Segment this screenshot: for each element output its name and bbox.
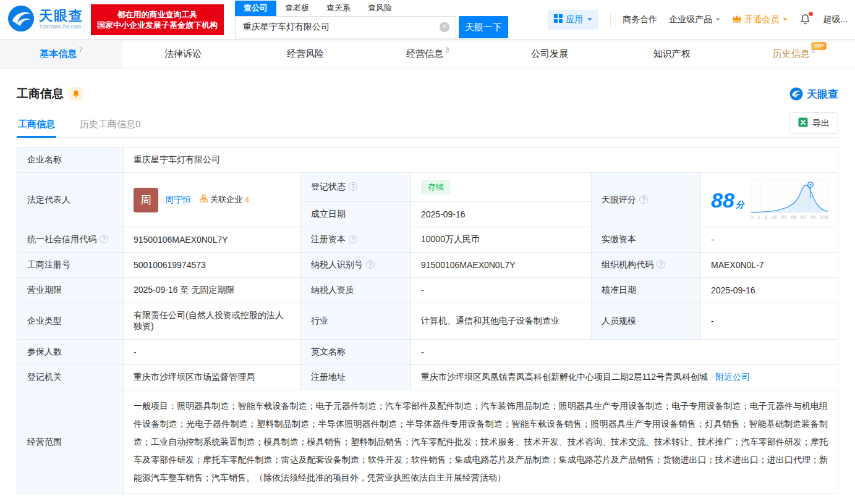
field-value-english-name: - [411,340,838,365]
field-label-approve-date: 核准日期 [592,278,701,303]
field-value-approve-date: 2025-09-16 [701,278,838,303]
field-label-staff-size: 人员规模 [592,303,701,340]
field-value-paid-capital: - [701,227,838,253]
table-row: 参保人数 - 英文名称 - [17,340,838,365]
field-value-reg-authority: 重庆市沙坪坝区市场监督管理局 [124,365,301,390]
field-label-business-scope: 经营范围 [17,390,124,494]
header-menu: 应用 商务合作 企业级产品 开通会员 [548,10,848,30]
field-label-establish-date: 成立日期 [301,202,411,227]
search-tab-company[interactable]: 查公司 [235,1,276,16]
field-label-insured-num: 参保人数 [17,340,124,365]
tianyancha-logo[interactable]: 天眼查 TianYanCha.com [7,5,83,34]
table-row: 工商注册号 500100619974573 纳税人识别号 91500106MAE… [17,253,838,278]
business-info-table: 企业名称 重庆星宇车灯有限公司 法定代表人 周 周宇恒 [17,147,838,494]
subscribe-bell-icon[interactable] [69,87,83,101]
main-content: 工商信息 天眼查 工商信息 历史工商信息0 [0,86,855,504]
field-label-company-type: 企业类型 [17,303,124,340]
notification-dot [809,12,813,16]
field-value-taxpayer-quality: - [411,278,592,303]
search-input[interactable] [236,22,456,32]
table-row: 法定代表人 周 周宇恒 [17,173,838,202]
menu-apps[interactable]: 应用 [548,10,598,30]
field-value-legal-rep: 周 周宇恒 [124,173,301,227]
field-label-reg-status: 登记状态 [301,173,411,202]
clear-icon[interactable] [440,22,449,32]
field-value-reg-no: 500100619974573 [124,253,301,278]
field-value-address: 重庆市沙坪坝区凤凰镇青凤高科创新孵化中心项目二期2层112号青凤科创城 附近公司 [411,365,838,390]
field-value-establish-date: 2025-09-16 [411,202,592,227]
search-button[interactable]: 天眼一下 [459,16,508,38]
tab-basic-info[interactable]: 基本信息7 [0,40,122,69]
score-axis: 0131650859799100 [751,214,828,220]
field-label-score: 天眼评分 [592,173,701,227]
search-box [235,16,456,38]
export-button[interactable]: 导出 [789,112,838,134]
table-row: 统一社会信用代码 91500106MAEX0N0L7Y 注册资本 10000万人… [17,227,838,253]
menu-cooperation[interactable]: 商务合作 [623,14,657,25]
field-label-english-name: 英文名称 [301,340,411,365]
subtabs-row: 工商信息 历史工商信息0 导出 [17,112,838,138]
tab-company-development[interactable]: 公司发展 [488,40,611,69]
help-icon[interactable] [366,260,375,269]
tianyancha-logo-icon [7,5,35,34]
search-tabs: 查公司 查老板 查关系 查风险 [235,1,508,16]
watermark-brand: 天眼查 [789,87,838,101]
help-icon[interactable] [100,235,108,243]
field-value-org-code: MAEX0N0L-7 [701,253,838,278]
score-value: 88分 [711,190,744,211]
nearby-companies-link[interactable]: 附近公司 [715,372,750,382]
legal-rep-name-link[interactable]: 周宇恒 [165,195,191,204]
notification-bell-icon[interactable] [799,14,811,25]
tab-history-info[interactable]: 历史信息2 VIP [733,40,855,69]
search-tab-risk[interactable]: 查风险 [359,1,401,16]
menu-open-vip[interactable]: 开通会员 [732,14,788,25]
help-icon[interactable] [349,182,357,191]
menu-super-vip[interactable]: 超级... [823,14,848,25]
chevron-down-icon [715,18,720,21]
excel-icon [798,117,808,129]
related-companies-link[interactable]: 关联企业 4 [200,194,249,205]
crown-icon [732,14,742,25]
top-header: 天眼查 TianYanCha.com 都在用的商业查询工具 国家中小企业发展子基… [0,0,855,40]
field-label-paid-capital: 实缴资本 [592,227,701,253]
tab-legal-litigation[interactable]: 法律诉讼 [122,40,245,69]
field-label-taxpayer-no: 纳税人识别号 [301,253,411,278]
tab-intellectual-property[interactable]: 知识产权 [611,40,733,69]
table-row: 营业期限 2025-09-16 至 无固定期限 纳税人资质 - 核准日期 202… [17,278,838,303]
tianyancha-small-icon [789,87,803,101]
search-tab-relation[interactable]: 查关系 [318,1,359,16]
field-label-company-name: 企业名称 [17,148,124,173]
table-row: 企业类型 有限责任公司(自然人投资或控股的法人独资) 行业 计算机、通信和其他电… [17,303,838,340]
menu-divider [610,14,611,26]
table-row: 经营范围 一般项目：照明器具制造；智能车载设备制造；电子元器件制造；汽车零部件及… [17,390,838,494]
field-value-reg-status: 存续 [411,173,592,202]
field-label-reg-capital: 注册资本 [301,227,411,253]
field-value-company-name: 重庆星宇车灯有限公司 [124,148,838,173]
help-icon[interactable] [349,235,357,243]
subtab-history-business-info[interactable]: 历史工商信息0 [79,112,142,137]
tab-operating-risk[interactable]: 经营风险 [244,40,367,69]
table-row: 登记机关 重庆市沙坪坝区市场监督管理局 注册地址 重庆市沙坪坝区凤凰镇青凤高科创… [17,365,838,390]
subtab-business-info[interactable]: 工商信息 [17,112,56,137]
field-label-address: 注册地址 [301,365,411,390]
tab-operating-info[interactable]: 经营信息3 [367,40,489,69]
slogan-line-1: 都在用的商业查询工具 [97,9,218,20]
help-icon[interactable] [639,195,648,204]
menu-enterprise-products[interactable]: 企业级产品 [669,14,720,25]
field-value-score: 88分 [701,173,838,227]
legal-rep-avatar[interactable]: 周 [134,188,158,212]
company-nav-tabs: 基本信息7 法律诉讼 经营风险 经营信息3 公司发展 知识产权 历史信息2 VI… [0,40,855,69]
related-companies-icon [200,195,208,204]
apps-grid-icon [554,14,563,25]
field-label-business-term: 营业期限 [17,278,124,303]
logo-subtitle: TianYanCha.com [39,24,83,30]
field-label-taxpayer-quality: 纳税人资质 [301,278,411,303]
chevron-down-icon [783,18,788,21]
logo-title: 天眼查 [39,9,83,23]
field-label-reg-authority: 登记机关 [17,365,124,390]
field-value-staff-size: - [701,303,838,340]
search-tab-boss[interactable]: 查老板 [276,1,318,16]
brand-slogan: 都在用的商业查询工具 国家中小企业发展子基金旗下机构 [91,4,224,35]
field-label-credit-code: 统一社会信用代码 [17,227,124,253]
help-icon[interactable] [657,260,665,269]
